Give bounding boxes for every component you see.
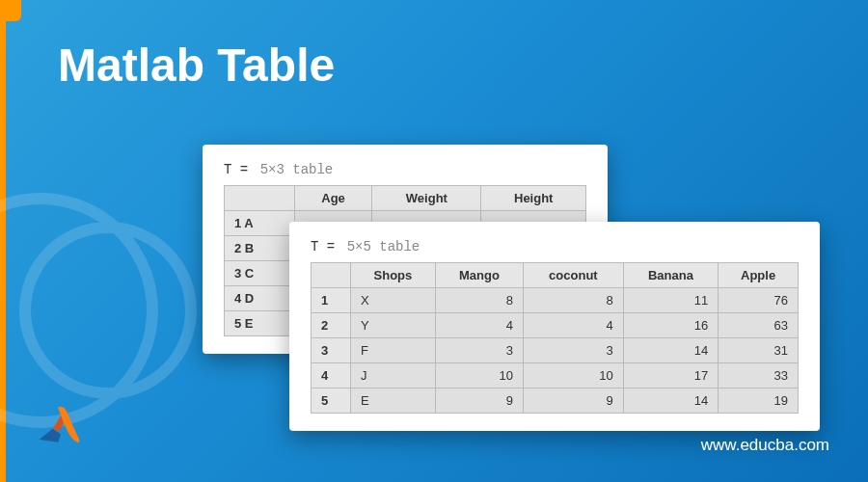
table-row: 1 X 8 8 11 76 — [312, 288, 799, 313]
cell-value: 19 — [719, 388, 799, 414]
header-cell — [225, 186, 295, 211]
cell-value: 9 — [435, 388, 523, 414]
table-caption: T = 5×3 table — [224, 162, 586, 177]
row-label: 1 A — [225, 211, 295, 236]
row-label: 5 E — [225, 311, 295, 336]
caption-var: T = — [311, 239, 335, 254]
matlab-table-front: Shops Mango coconut Banana Apple 1 X 8 8… — [311, 262, 799, 414]
header-cell: Shops — [350, 263, 435, 288]
header-cell: Weight — [372, 186, 481, 211]
header-cell — [312, 263, 351, 288]
header-cell: Height — [481, 186, 586, 211]
cell-value: 11 — [623, 288, 718, 313]
caption-dim: 5×3 table — [260, 162, 334, 177]
cell-value: 3 — [524, 338, 624, 363]
table-row: 3 F 3 3 14 31 — [312, 338, 799, 363]
cell-value: 16 — [623, 313, 718, 338]
cell-value: 33 — [719, 363, 799, 388]
cell-value: 3 — [435, 338, 523, 363]
cell-shop: X — [350, 288, 435, 313]
cell-value: 31 — [719, 338, 799, 363]
row-label: 5 — [312, 388, 351, 414]
header-cell: Mango — [435, 263, 523, 288]
table-caption: T = 5×5 table — [311, 239, 799, 254]
cell-value: 4 — [524, 313, 624, 338]
cell-value: 9 — [524, 388, 624, 414]
table-row: 2 Y 4 4 16 63 — [312, 313, 799, 338]
background-circles — [0, 193, 212, 482]
row-label: 2 — [312, 313, 351, 338]
table-row: 5 E 9 9 14 19 — [312, 388, 799, 414]
cell-value: 14 — [623, 388, 718, 414]
row-label: 3 C — [225, 261, 295, 286]
cell-value: 76 — [719, 288, 799, 313]
cell-shop: J — [350, 363, 435, 388]
cell-value: 63 — [719, 313, 799, 338]
table-header-row: Shops Mango coconut Banana Apple — [312, 263, 799, 288]
cell-value: 4 — [435, 313, 523, 338]
row-label: 4 D — [225, 286, 295, 311]
header-cell: Banana — [623, 263, 718, 288]
footer-url: www.educba.com — [701, 436, 829, 455]
matlab-logo-icon — [34, 399, 88, 453]
header-cell: Age — [294, 186, 371, 211]
cell-shop: Y — [350, 313, 435, 338]
caption-dim: 5×5 table — [347, 239, 420, 254]
header-cell: Apple — [719, 263, 799, 288]
cell-value: 8 — [435, 288, 523, 313]
table-row: 4 J 10 10 17 33 — [312, 363, 799, 388]
accent-corner — [0, 0, 21, 21]
caption-var: T = — [224, 162, 248, 177]
cell-shop: F — [350, 338, 435, 363]
row-label: 3 — [312, 338, 351, 363]
table-header-row: Age Weight Height — [225, 186, 586, 211]
header-cell: coconut — [524, 263, 624, 288]
cell-value: 8 — [524, 288, 624, 313]
cell-value: 10 — [435, 363, 523, 388]
table-card-front: T = 5×5 table Shops Mango coconut Banana… — [289, 222, 820, 431]
page-title: Matlab Table — [58, 39, 335, 92]
cell-value: 17 — [623, 363, 718, 388]
cell-shop: E — [350, 388, 435, 414]
row-label: 2 B — [225, 236, 295, 261]
cell-value: 10 — [524, 363, 624, 388]
cell-value: 14 — [623, 338, 718, 363]
row-label: 1 — [312, 288, 351, 313]
row-label: 4 — [312, 363, 351, 388]
